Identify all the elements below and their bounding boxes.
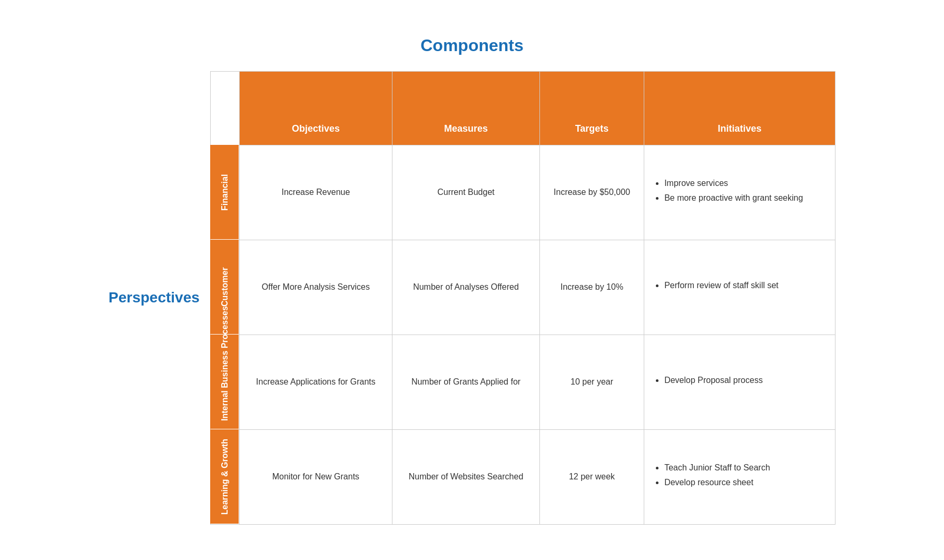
initiative-item: Develop resource sheet [664,477,824,488]
header-objectives: Objectives [239,71,392,145]
outer-layout: Perspectives Objectives Measures Targets… [109,71,835,525]
header-initiatives: Initiatives [644,71,835,145]
initiatives-cell-1: Perform review of staff skill set [644,240,835,335]
measures-cell-1: Number of Analyses Offered [392,240,540,335]
table-row: CustomerOffer More Analysis ServicesNumb… [210,240,835,335]
header-targets: Targets [539,71,644,145]
table-row: Internal Business ProcessesIncrease Appl… [210,335,835,429]
measures-cell-3: Number of Websites Searched [392,429,540,524]
perspective-cell-2: Internal Business Processes [210,335,239,429]
header-row: Objectives Measures Targets Initiatives [210,71,835,145]
targets-cell-0: Increase by $50,000 [539,145,644,240]
perspectives-label: Perspectives [109,289,200,306]
table-body: FinancialIncrease RevenueCurrent BudgetI… [210,145,835,524]
perspective-cell-0: Financial [210,145,239,240]
initiatives-cell-0: Improve servicesBe more proactive with g… [644,145,835,240]
objectives-cell-3: Monitor for New Grants [239,429,392,524]
table-row: Learning & GrowthMonitor for New GrantsN… [210,429,835,524]
objectives-cell-1: Offer More Analysis Services [239,240,392,335]
measures-cell-2: Number of Grants Applied for [392,335,540,429]
table-row: FinancialIncrease RevenueCurrent BudgetI… [210,145,835,240]
header-empty [210,71,239,145]
targets-cell-2: 10 per year [539,335,644,429]
page-title: Components [109,36,835,55]
initiative-item: Perform review of staff skill set [664,280,824,291]
objectives-cell-2: Increase Applications for Grants [239,335,392,429]
measures-cell-0: Current Budget [392,145,540,240]
initiative-item: Be more proactive with grant seeking [664,192,824,204]
page-container: Components Perspectives Objectives Measu… [77,15,867,546]
initiative-item: Improve services [664,178,824,189]
targets-cell-3: 12 per week [539,429,644,524]
header-measures: Measures [392,71,540,145]
scorecard-table: Objectives Measures Targets Initiatives … [210,71,835,525]
table-wrapper: Objectives Measures Targets Initiatives … [210,71,835,525]
objectives-cell-0: Increase Revenue [239,145,392,240]
perspective-cell-3: Learning & Growth [210,429,239,524]
initiative-item: Develop Proposal process [664,375,824,386]
initiatives-cell-3: Teach Junior Staff to SearchDevelop reso… [644,429,835,524]
targets-cell-1: Increase by 10% [539,240,644,335]
initiative-item: Teach Junior Staff to Search [664,462,824,474]
initiatives-cell-2: Develop Proposal process [644,335,835,429]
